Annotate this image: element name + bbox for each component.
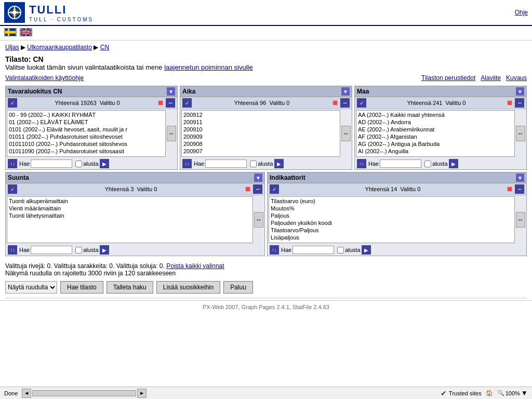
tavaraluokitus-select-all[interactable]: ✓: [8, 98, 17, 108]
maa-sort-btn[interactable]: ↑↓: [357, 159, 366, 168]
list-item[interactable]: 200907: [182, 148, 339, 155]
maa-search-input[interactable]: [380, 159, 421, 168]
list-item[interactable]: 010190 (2002--.) Elävät hevoset, aasit, …: [8, 155, 165, 157]
panel-tavaraluokitus-arrow[interactable]: ▼: [167, 87, 175, 96]
list-item[interactable]: Lisäpaljouden yksikön koodi: [270, 241, 514, 243]
view-select[interactable]: Näytä ruudulla: [5, 281, 57, 294]
indikaattorit-alusta-check[interactable]: [337, 247, 344, 254]
list-item[interactable]: Paljous: [270, 212, 514, 219]
aika-sort-btn[interactable]: ↑↓: [182, 159, 192, 168]
list-item[interactable]: 01011010 (2002--.) Puhdasrotuiset siitos…: [8, 140, 165, 148]
list-item[interactable]: Vienti määrämaittain: [8, 205, 252, 212]
breadcrumb-cn[interactable]: CN: [100, 44, 109, 51]
aika-expand-arrow[interactable]: ↔: [341, 126, 351, 141]
list-item[interactable]: 00 - 99 (2002--.) KAIKKI RYHMÄT: [8, 111, 165, 118]
list-item[interactable]: AI (2002--.) Anguilla: [357, 148, 514, 155]
info-link[interactable]: Tilaston perustiedot: [421, 74, 475, 82]
list-item[interactable]: AA (2002--.) Kaikki maat yhteensä: [357, 111, 514, 118]
suunta-minus[interactable]: −: [253, 184, 262, 194]
list-item[interactable]: Tuonti lähetysmaittain: [8, 212, 252, 219]
indikaattorit-search-go[interactable]: ▶: [362, 245, 371, 255]
indikaattorit-minus[interactable]: −: [515, 184, 524, 194]
alaviite-link[interactable]: Alaviite: [481, 74, 501, 82]
list-item[interactable]: 200910: [182, 126, 339, 133]
aika-search-go[interactable]: ▶: [274, 159, 284, 168]
tavaraluokitus-minus[interactable]: −: [166, 98, 175, 108]
list-item[interactable]: Tilastoarvo/Paljous: [270, 227, 514, 234]
list-item[interactable]: Lisäpaljous: [270, 234, 514, 241]
list-item[interactable]: 01 (2002--.) ELÄVÄT ELÄIMET: [8, 118, 165, 126]
list-item[interactable]: 200909: [182, 133, 339, 140]
aika-diamond[interactable]: [331, 99, 340, 108]
ohje-link[interactable]: Ohje: [515, 9, 528, 16]
indikaattorit-sort-btn[interactable]: ↑↓: [270, 245, 279, 255]
tavaraluokitus-sort-btn[interactable]: ↑↓: [8, 159, 17, 168]
suunta-expand-arrow[interactable]: ↔: [254, 212, 263, 228]
list-item[interactable]: 200911: [182, 118, 339, 126]
panel-maa-arrow[interactable]: ▼: [516, 87, 524, 96]
list-item[interactable]: Paljouden yksikön koodi: [270, 219, 514, 227]
hae-tilasto-button[interactable]: Hae tilasto: [60, 281, 103, 294]
logo-tulli: TULLI: [29, 3, 94, 17]
tavaraluokitus-alusta-check[interactable]: [75, 161, 82, 167]
list-item[interactable]: AF (2002--.) Afganistan: [357, 133, 514, 140]
list-item[interactable]: AE (2002--.) Arabiemiirikunnat: [357, 126, 514, 133]
list-item[interactable]: 200912: [182, 111, 339, 118]
aika-alusta-check[interactable]: [250, 161, 257, 167]
indikaattorit-diamond[interactable]: [506, 185, 514, 194]
panel-indikaattorit-arrow[interactable]: ▼: [516, 174, 524, 182]
tavaraluokitus-diamond[interactable]: [156, 99, 165, 108]
suunta-search-go[interactable]: ▶: [100, 245, 109, 255]
lisaa-suosikkeihin-button[interactable]: Lisää suosikkeihin: [156, 281, 220, 294]
list-item[interactable]: 01011 (2002--.) Puhdasrotuiset siitoshev…: [8, 133, 165, 140]
indikaattorit-search-input[interactable]: [292, 246, 334, 254]
breadcrumb-ulkomaankauppatilasto[interactable]: Ulkomaankauppatilasto: [27, 44, 92, 51]
list-item[interactable]: 0101 (2002--.) Elävät hevoset, aasit, mu…: [8, 126, 165, 133]
suunta-diamond[interactable]: [244, 185, 252, 194]
suunta-alusta-check[interactable]: [75, 247, 82, 254]
indikaattorit-select-all[interactable]: ✓: [270, 184, 279, 194]
maa-alusta-check[interactable]: [424, 161, 431, 167]
list-item[interactable]: Tilastoarvo (euro): [270, 197, 514, 205]
subtitle-link[interactable]: laajennetun poiminnan sivulle: [164, 63, 253, 71]
maa-select-all[interactable]: ✓: [357, 98, 366, 108]
tavaraluokitus-list[interactable]: 00 - 99 (2002--.) KAIKKI RYHMÄT01 (2002-…: [7, 110, 166, 157]
suunta-list[interactable]: Tuonti alkuperämaittainVienti määrämaitt…: [7, 196, 253, 243]
tavaraluokitus-search-go[interactable]: ▶: [100, 159, 109, 168]
panel-suunta-arrow[interactable]: ▼: [254, 174, 262, 182]
maa-expand-arrow[interactable]: ↔: [516, 126, 525, 141]
indikaattorit-list[interactable]: Tilastoarvo (euro)Muutos%PaljousPaljoude…: [269, 196, 515, 243]
indikaattorit-expand-arrow[interactable]: ↔: [516, 212, 525, 228]
breadcrumb-uljas[interactable]: Uljas: [5, 44, 19, 51]
list-item[interactable]: AL (2002--.) Albania: [357, 155, 514, 157]
aika-select-all[interactable]: ✓: [182, 98, 192, 108]
suunta-sort-btn[interactable]: ↑↓: [8, 245, 17, 255]
list-item[interactable]: 01011090 (2002--.) Puhdasrotuiset siitos…: [8, 148, 165, 155]
flag-fi[interactable]: [4, 28, 17, 38]
maa-list[interactable]: AA (2002--.) Kaikki maat yhteensäAD (200…: [356, 110, 515, 157]
panel-aika-arrow[interactable]: ▼: [341, 87, 350, 96]
remove-all-link[interactable]: Poista kaikki valinnat: [166, 262, 224, 270]
list-item[interactable]: Tuonti alkuperämaittain: [8, 197, 252, 205]
suunta-select-all[interactable]: ✓: [8, 184, 17, 194]
list-item[interactable]: AD (2002--.) Andorra: [357, 118, 514, 126]
tavaraluokitus-expand-arrow[interactable]: ↔: [167, 126, 176, 141]
maa-search-go[interactable]: ▶: [449, 159, 458, 168]
list-item[interactable]: 200906: [182, 155, 339, 157]
paluu-button[interactable]: Paluu: [223, 281, 253, 294]
aika-search-input[interactable]: [205, 159, 247, 168]
list-item[interactable]: Muutos%: [270, 205, 514, 212]
panel-maa: Maa ▼ ✓ Yhteensä 241 Valittu 0 − AA (200…: [354, 86, 527, 170]
list-item[interactable]: AG (2002--.) Antigua ja Barbuda: [357, 140, 514, 148]
suunta-search-input[interactable]: [31, 246, 72, 254]
maa-diamond[interactable]: [506, 99, 514, 108]
help-link[interactable]: Valintalaatikoiden käyttöohje: [5, 74, 84, 82]
kuvaus-link[interactable]: Kuvaus: [506, 74, 527, 82]
flag-en[interactable]: [20, 28, 32, 38]
maa-minus[interactable]: −: [515, 98, 524, 108]
aika-list[interactable]: 2009122009112009102009092009082009072009…: [181, 110, 340, 157]
talleta-haku-button[interactable]: Talleta haku: [107, 281, 153, 294]
aika-minus[interactable]: −: [340, 98, 350, 108]
tavaraluokitus-search-input[interactable]: [31, 159, 72, 168]
list-item[interactable]: 200908: [182, 140, 339, 148]
